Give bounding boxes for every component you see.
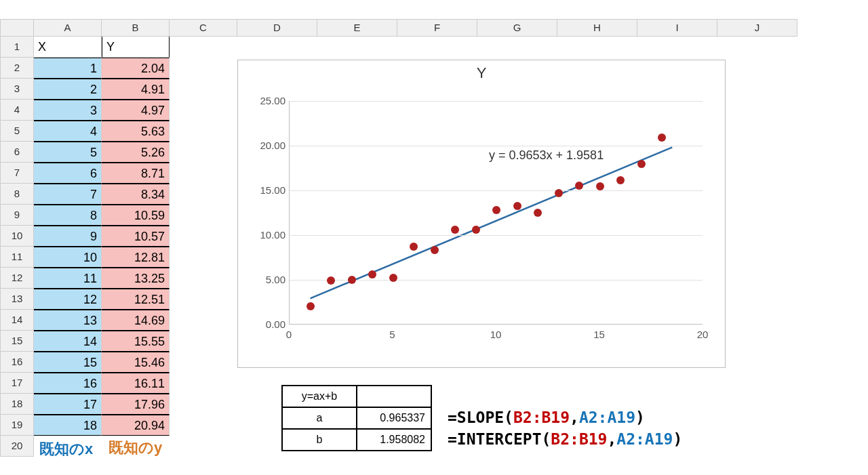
row-header-1[interactable]: 1 — [0, 37, 34, 58]
select-all-corner[interactable] — [0, 19, 34, 37]
cell-B17[interactable]: 16.11 — [102, 373, 170, 394]
cell-B7[interactable]: 8.71 — [102, 163, 170, 184]
chart-point — [534, 209, 542, 217]
spreadsheet[interactable]: ABCDEFGHIJ X Y 既知のx 既知のy Y y = 0.9653x +… — [0, 19, 868, 475]
row-header-7[interactable]: 7 — [0, 163, 34, 184]
row-header-6[interactable]: 6 — [0, 142, 34, 163]
cell-A14[interactable]: 13 — [34, 310, 102, 331]
column-header-G[interactable]: G — [477, 19, 557, 37]
row-header-14[interactable]: 14 — [0, 310, 34, 331]
chart-ytick: 10.00 — [252, 229, 285, 241]
cell-B16[interactable]: 15.46 — [102, 352, 170, 373]
ftable-a-value: 0.965337 — [357, 407, 431, 429]
ftable-b-value: 1.958082 — [357, 429, 431, 451]
chart-point — [513, 202, 521, 210]
cell-B11[interactable]: 12.81 — [102, 247, 170, 268]
chart-point — [451, 226, 459, 234]
label-known-y: 既知のy — [108, 438, 162, 458]
ftable-a-label: a — [282, 407, 357, 429]
cell-A10[interactable]: 9 — [34, 226, 102, 247]
chart-point — [472, 226, 480, 234]
cell-B19[interactable]: 20.94 — [102, 415, 170, 436]
cell-B3[interactable]: 4.91 — [102, 79, 170, 100]
chart-scatter[interactable]: Y y = 0.9653x + 1.9581 0.005.0010.0015.0… — [237, 60, 726, 368]
cell-A5[interactable]: 4 — [34, 121, 102, 142]
column-header-C[interactable]: C — [170, 19, 237, 37]
cell-A16[interactable]: 15 — [34, 352, 102, 373]
label-known-x: 既知のx — [39, 439, 93, 459]
column-header-J[interactable]: J — [717, 19, 797, 37]
chart-point — [616, 176, 625, 184]
cell-A12[interactable]: 11 — [34, 268, 102, 289]
row-header-11[interactable]: 11 — [0, 247, 34, 268]
chart-ytick: 5.00 — [252, 274, 285, 285]
row-header-2[interactable]: 2 — [0, 58, 34, 79]
column-header-row: ABCDEFGHIJ — [0, 19, 797, 37]
chart-point — [637, 160, 646, 168]
chart-point — [492, 206, 500, 214]
row-header-16[interactable]: 16 — [0, 352, 34, 373]
row-header-3[interactable]: 3 — [0, 79, 34, 100]
cell-A3[interactable]: 2 — [34, 79, 102, 100]
cell-A6[interactable]: 5 — [34, 142, 102, 163]
cell-A4[interactable]: 3 — [34, 100, 102, 121]
cell-B10[interactable]: 10.57 — [102, 226, 170, 247]
cell-A18[interactable]: 17 — [34, 394, 102, 415]
chart-xtick: 5 — [379, 329, 406, 340]
chart-ytick: 20.00 — [252, 140, 285, 151]
chart-point — [555, 189, 563, 197]
cell-B8[interactable]: 8.34 — [102, 184, 170, 205]
column-header-E[interactable]: E — [317, 19, 397, 37]
column-header-B[interactable]: B — [102, 19, 170, 37]
row-header-8[interactable]: 8 — [0, 184, 34, 205]
cell-A8[interactable]: 7 — [34, 184, 102, 205]
cell-A7[interactable]: 6 — [34, 163, 102, 184]
column-header-I[interactable]: I — [637, 19, 717, 37]
chart-xtick: 10 — [482, 329, 509, 340]
row-header-17[interactable]: 17 — [0, 373, 34, 394]
cell-A11[interactable]: 10 — [34, 247, 102, 268]
cell-A17[interactable]: 16 — [34, 373, 102, 394]
cell-B1[interactable]: Y — [102, 37, 170, 58]
cell-B12[interactable]: 13.25 — [102, 268, 170, 289]
column-header-A[interactable]: A — [34, 19, 102, 37]
row-header-9[interactable]: 9 — [0, 205, 34, 226]
chart-point — [658, 133, 666, 142]
cell-A9[interactable]: 8 — [34, 205, 102, 226]
cell-B9[interactable]: 10.59 — [102, 205, 170, 226]
cell-A19[interactable]: 18 — [34, 415, 102, 436]
chart-point — [596, 182, 604, 190]
chart-xtick: 15 — [586, 329, 613, 340]
cell-B13[interactable]: 12.51 — [102, 289, 170, 310]
cell-B6[interactable]: 5.26 — [102, 142, 170, 163]
cell-B5[interactable]: 5.63 — [102, 121, 170, 142]
chart-point — [389, 274, 397, 282]
chart-ytick: 25.00 — [252, 95, 285, 106]
cell-A1[interactable]: X — [34, 37, 102, 58]
row-header-13[interactable]: 13 — [0, 289, 34, 310]
intercept-formula-text: =INTERCEPT(B2:B19,A2:A19) — [448, 430, 682, 448]
column-header-D[interactable]: D — [237, 19, 317, 37]
chart-point — [575, 182, 583, 190]
cell-A15[interactable]: 14 — [34, 331, 102, 352]
column-header-F[interactable]: F — [397, 19, 477, 37]
cell-B2[interactable]: 2.04 — [102, 58, 170, 79]
cell-B4[interactable]: 4.97 — [102, 100, 170, 121]
cell-A2[interactable]: 1 — [34, 58, 102, 79]
row-header-12[interactable]: 12 — [0, 268, 34, 289]
cell-B15[interactable]: 15.55 — [102, 331, 170, 352]
row-header-5[interactable]: 5 — [0, 121, 34, 142]
row-header-20[interactable]: 20 — [0, 436, 34, 457]
column-header-H[interactable]: H — [557, 19, 637, 37]
cell-B18[interactable]: 17.96 — [102, 394, 170, 415]
row-header-18[interactable]: 18 — [0, 394, 34, 415]
cell-A13[interactable]: 12 — [34, 289, 102, 310]
row-header-10[interactable]: 10 — [0, 226, 34, 247]
chart-point — [368, 270, 376, 278]
chart-equation-label: y = 0.9653x + 1.9581 — [489, 148, 604, 163]
chart-point — [410, 243, 418, 251]
row-header-4[interactable]: 4 — [0, 100, 34, 121]
row-header-15[interactable]: 15 — [0, 331, 34, 352]
row-header-19[interactable]: 19 — [0, 415, 34, 436]
cell-B14[interactable]: 14.69 — [102, 310, 170, 331]
